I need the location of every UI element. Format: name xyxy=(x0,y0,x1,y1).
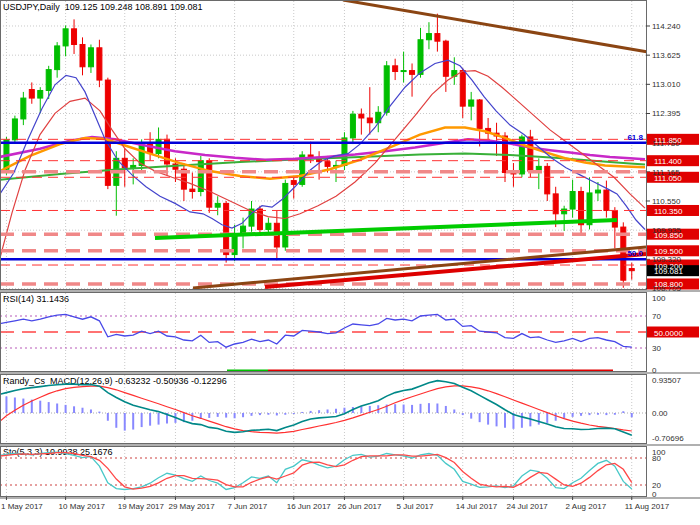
rsi-axis-label: 0 xyxy=(652,366,657,375)
ascending-support-brown xyxy=(193,247,646,288)
macd-axis-label: -0.70696 xyxy=(652,434,684,443)
candle-body xyxy=(190,189,195,191)
candle-body xyxy=(469,100,474,106)
candle-body xyxy=(393,66,398,72)
price-badge-label: 111.850 xyxy=(654,136,682,145)
candle-body xyxy=(570,192,575,210)
candle-body xyxy=(283,183,288,247)
price-tick-label: 114.240 xyxy=(652,22,681,31)
trading-chart-window: USDJPY,Daily 109.125 109.248 108.891 109… xyxy=(0,0,700,525)
candle-body xyxy=(359,114,364,118)
x-axis-label: 19 May 2017 xyxy=(118,502,165,511)
price-badge-label: 109.850 xyxy=(654,231,683,240)
price-badge-label: 109.500 xyxy=(654,247,683,256)
candle-body xyxy=(55,46,60,70)
candle-body xyxy=(443,41,448,76)
candle-body xyxy=(384,66,389,112)
candle-body xyxy=(410,71,415,75)
sto-axis-label: 20 xyxy=(652,481,661,490)
ma-magenta xyxy=(0,137,645,160)
candle-body xyxy=(325,162,330,167)
x-axis-label: 16 Jun 2017 xyxy=(287,502,332,511)
candle-body xyxy=(215,203,220,207)
descending-resistance-brown xyxy=(343,0,648,52)
candle-body xyxy=(545,166,550,194)
candle-body xyxy=(97,48,102,80)
candle-body xyxy=(21,98,26,119)
moving-averages-layer xyxy=(0,60,645,258)
candle-body xyxy=(38,90,43,98)
price-tick-label: 113.010 xyxy=(652,80,681,89)
candle-body xyxy=(224,203,229,254)
candle-body xyxy=(477,100,482,128)
rsi-mid-badge-label: 50.0000 xyxy=(654,329,683,338)
fib-label: 61.8 xyxy=(627,133,643,142)
x-axis-label: 1 May 2017 xyxy=(1,502,43,511)
rsi-axis-label: 100 xyxy=(652,294,666,303)
candle-body xyxy=(63,29,68,46)
candle-body xyxy=(350,114,355,138)
x-axis-label: 11 Aug 2017 xyxy=(625,502,670,511)
price-badge-label: 110.350 xyxy=(654,207,683,216)
macd-axis-label: 0.93507 xyxy=(652,376,681,385)
candle-body xyxy=(257,209,262,229)
x-axis-label: 5 Jul 2017 xyxy=(397,502,434,511)
candle-body xyxy=(291,181,296,185)
candle-body xyxy=(367,118,372,123)
candle-body xyxy=(401,71,406,72)
rsi-axis-label: 70 xyxy=(652,312,661,321)
candle-body xyxy=(418,40,423,75)
macd-axis-label: 0.00 xyxy=(652,409,668,418)
x-axis-label: 29 May 2017 xyxy=(168,502,215,511)
x-axis-label: 14 Jul 2017 xyxy=(456,502,498,511)
candle-body xyxy=(29,90,34,99)
x-axis-label: 24 Jul 2017 xyxy=(506,502,548,511)
price-panel xyxy=(0,0,648,288)
candle-body xyxy=(604,190,609,210)
x-axis-label: 2 Aug 2017 xyxy=(566,502,607,511)
fib-label: 50.0 xyxy=(627,249,643,258)
price-badge-label: 111.050 xyxy=(654,174,682,183)
candle-body xyxy=(207,161,212,207)
candle-body xyxy=(562,209,567,214)
price-tick-label: 110.550 xyxy=(652,197,681,206)
ma-blue-fast xyxy=(0,60,645,229)
candle-body xyxy=(88,48,93,67)
candle-body xyxy=(629,269,634,271)
candle-body xyxy=(460,71,465,107)
chart-canvas[interactable]: 61.850.0114.240113.625113.010112.395111.… xyxy=(0,0,700,525)
sto-axis-label: 0 xyxy=(652,490,657,499)
candle-body xyxy=(266,223,271,229)
price-badge-label: 108.800 xyxy=(654,280,683,289)
macd-signal-line xyxy=(0,386,632,433)
rsi-panel xyxy=(0,314,646,372)
candle-body xyxy=(595,190,600,193)
price-badge-label: 109.081 xyxy=(654,267,683,276)
candle-body xyxy=(426,34,431,40)
x-axis-label: 10 May 2017 xyxy=(59,502,106,511)
sto-axis-label: 80 xyxy=(652,454,661,463)
candle-body xyxy=(46,70,51,91)
rsi-line xyxy=(0,314,632,347)
stochastic-panel xyxy=(0,452,646,489)
rsi-axis-label: 30 xyxy=(652,344,661,353)
candle-body xyxy=(72,29,77,45)
price-tick-label: 113.625 xyxy=(652,51,681,60)
price-tick-label: 112.395 xyxy=(652,109,681,118)
x-axis-label: 26 Jun 2017 xyxy=(337,502,382,511)
candle-body xyxy=(80,44,85,66)
candle-body xyxy=(435,34,440,42)
candle-body xyxy=(12,119,17,140)
price-badge-label: 111.400 xyxy=(654,157,682,166)
x-axis-label: 7 Jun 2017 xyxy=(228,502,268,511)
macd-panel xyxy=(0,381,646,436)
